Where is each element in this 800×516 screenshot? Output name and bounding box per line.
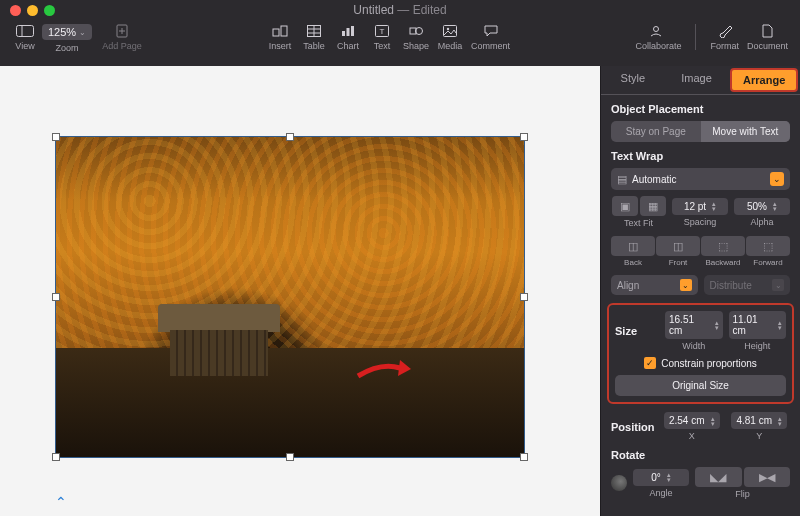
front-label: Front [669, 258, 688, 267]
wrap-mode-dropdown[interactable]: ▤ Automatic ⌄ [611, 168, 790, 190]
selected-image[interactable] [55, 136, 525, 458]
svg-point-20 [654, 27, 659, 32]
zoom-label: Zoom [56, 43, 79, 53]
forward-label: Forward [753, 258, 782, 267]
position-label: Position [611, 421, 655, 433]
resize-handle-tm[interactable] [286, 133, 294, 141]
document-canvas[interactable]: ⌃ [0, 66, 600, 516]
rotate-section: Rotate 0°▴▾ Angle ◣◢ ▶◀ Flip [611, 449, 790, 499]
resize-handle-bm[interactable] [286, 453, 294, 461]
textfit-tight-icon: ▣ [620, 200, 630, 213]
chevron-updown-icon: ⌄ [770, 172, 784, 186]
resize-handle-br[interactable] [520, 453, 528, 461]
send-backward-button[interactable]: ⬚ [701, 236, 745, 256]
zoom-control[interactable]: 125% ⌄ Zoom [42, 24, 92, 53]
textfit-square-button[interactable]: ▦ [640, 196, 666, 216]
add-page-icon [113, 24, 131, 38]
alpha-stepper[interactable]: 50% ▴▾ [734, 198, 790, 215]
height-value: 11.01 cm [733, 314, 773, 336]
zoom-value: 125% [48, 26, 76, 38]
bring-to-front-button[interactable]: ◫ [656, 236, 700, 256]
distribute-dropdown[interactable]: Distribute⌄ [704, 275, 791, 295]
document-label: Document [747, 41, 788, 51]
front-icon: ◫ [673, 240, 683, 253]
position-section: Position 2.54 cm▴▾ X 4.81 cm▴▾ Y [611, 412, 790, 441]
add-page-button[interactable]: Add Page [98, 24, 146, 51]
svg-rect-13 [351, 26, 354, 36]
text-cursor-icon: ⌃ [55, 494, 67, 510]
y-stepper[interactable]: 4.81 cm▴▾ [731, 412, 787, 429]
comment-label: Comment [471, 41, 510, 51]
rotation-dial[interactable] [611, 475, 627, 491]
y-value: 4.81 cm [736, 415, 772, 426]
flip-horizontal-button[interactable]: ◣◢ [695, 467, 742, 487]
height-stepper[interactable]: 11.01 cm▴▾ [729, 311, 787, 339]
collaborate-label: Collaborate [635, 41, 681, 51]
svg-rect-12 [347, 28, 350, 36]
move-with-text-option[interactable]: Move with Text [701, 121, 791, 142]
window-title: Untitled — Edited [0, 3, 800, 17]
constrain-label: Constrain proportions [661, 358, 757, 369]
resize-handle-tr[interactable] [520, 133, 528, 141]
insert-button[interactable]: Insert [263, 24, 297, 51]
bring-forward-button[interactable]: ⬚ [746, 236, 790, 256]
tab-image[interactable]: Image [665, 66, 729, 94]
table-button[interactable]: Table [297, 24, 331, 51]
shape-label: Shape [403, 41, 429, 51]
insert-icon [271, 24, 289, 38]
text-icon: T [373, 24, 391, 38]
angle-value: 0° [651, 472, 661, 483]
constrain-proportions-checkbox[interactable]: ✓ Constrain proportions [615, 357, 786, 369]
document-button[interactable]: Document [743, 24, 792, 51]
resize-handle-bl[interactable] [52, 453, 60, 461]
size-section-highlighted: Size 16.51 cm▴▾ Width 11.01 cm▴▾ Height … [607, 303, 794, 404]
view-menu[interactable]: View [8, 24, 42, 51]
spacing-stepper[interactable]: 12 pt ▴▾ [672, 198, 728, 215]
shape-button[interactable]: Shape [399, 24, 433, 51]
flip-vertical-button[interactable]: ▶◀ [744, 467, 791, 487]
stay-on-page-option[interactable]: Stay on Page [611, 121, 701, 142]
backward-label: Backward [705, 258, 740, 267]
table-icon [305, 24, 323, 38]
document-title: Untitled [353, 3, 394, 17]
send-to-back-button[interactable]: ◫ [611, 236, 655, 256]
x-stepper[interactable]: 2.54 cm▴▾ [664, 412, 720, 429]
resize-handle-tl[interactable] [52, 133, 60, 141]
x-value: 2.54 cm [669, 415, 705, 426]
align-dropdown[interactable]: Align⌄ [611, 275, 698, 295]
width-stepper[interactable]: 16.51 cm▴▾ [665, 311, 723, 339]
original-size-button[interactable]: Original Size [615, 375, 786, 396]
chart-button[interactable]: Chart [331, 24, 365, 51]
text-button[interactable]: T Text [365, 24, 399, 51]
alpha-label: Alpha [750, 217, 773, 227]
tab-style[interactable]: Style [601, 66, 665, 94]
placement-segment[interactable]: Stay on Page Move with Text [611, 121, 790, 142]
order-section: ◫Back ◫Front ⬚Backward ⬚Forward [611, 236, 790, 267]
object-placement-section: Object Placement Stay on Page Move with … [611, 103, 790, 142]
svg-rect-5 [273, 29, 279, 36]
svg-text:T: T [380, 27, 385, 36]
sidebar-icon [16, 24, 34, 38]
textfit-tight-button[interactable]: ▣ [612, 196, 638, 216]
chevron-down-icon: ⌄ [79, 28, 86, 37]
svg-point-17 [416, 28, 423, 35]
width-label: Width [682, 341, 705, 351]
chart-label: Chart [337, 41, 359, 51]
text-wrap-label: Text Wrap [611, 150, 790, 162]
comment-button[interactable]: Comment [467, 24, 514, 51]
svg-point-19 [447, 28, 449, 30]
collaborate-button[interactable]: Collaborate [631, 24, 685, 51]
resize-handle-ml[interactable] [52, 293, 60, 301]
text-wrap-section: Text Wrap ▤ Automatic ⌄ ▣ ▦ Text Fit 12 … [611, 150, 790, 228]
format-button[interactable]: Format [706, 24, 743, 51]
stepper-arrows-icon: ▴▾ [773, 201, 777, 211]
angle-stepper[interactable]: 0°▴▾ [633, 469, 689, 486]
back-label: Back [624, 258, 642, 267]
collaborate-icon [649, 24, 667, 38]
resize-handle-mr[interactable] [520, 293, 528, 301]
stepper-arrows-icon: ▴▾ [778, 320, 782, 330]
size-label: Size [615, 325, 659, 337]
media-button[interactable]: Media [433, 24, 467, 51]
tab-arrange[interactable]: Arrange [730, 68, 798, 92]
backward-icon: ⬚ [718, 240, 728, 253]
